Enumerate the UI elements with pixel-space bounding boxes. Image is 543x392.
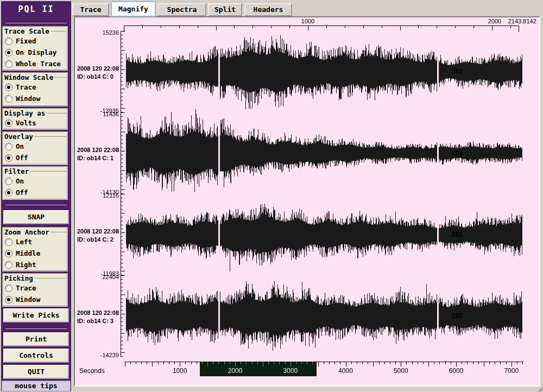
tab-headers[interactable]: Headers — [244, 3, 292, 16]
radio-option-trace[interactable]: Trace — [3, 282, 67, 294]
sidebar: PQL II Trace Scale FixedOn DisplayWhole … — [1, 1, 71, 391]
radio-label: Window — [16, 295, 40, 304]
trace-header-datetime: 2008 120 22:08 — [77, 228, 119, 235]
radio-label: Whole Trace — [16, 60, 61, 68]
radio-unselected-icon[interactable] — [5, 178, 12, 185]
radio-unselected-icon[interactable] — [5, 143, 12, 150]
trace-ymin-label: -14239 — [75, 352, 119, 358]
radio-label: Fixed — [16, 37, 36, 45]
radio-option-whole-trace[interactable]: Whole Trace — [3, 58, 67, 69]
bottom-axis-label: 5000 — [394, 368, 408, 374]
resize-grip[interactable] — [538, 387, 542, 391]
top-axis-label: 2143.8142 — [508, 18, 536, 24]
group-title: Display as — [4, 109, 45, 117]
radio-option-right[interactable]: Right — [3, 259, 67, 270]
radio-option-off[interactable]: Off — [3, 187, 67, 198]
radio-unselected-icon[interactable] — [5, 238, 12, 246]
trace-gain-label: 293 — [452, 313, 463, 319]
group-title-rule — [50, 31, 66, 31]
radio-selected-icon[interactable] — [5, 296, 12, 304]
group-title-rule — [50, 232, 66, 232]
trace-gain-label: 293 — [452, 68, 463, 75]
write-picks-button[interactable]: Write Picks — [3, 308, 69, 323]
group-display-as: Display as Volts — [2, 108, 68, 130]
group-title: Filter — [4, 167, 29, 175]
radio-option-fixed[interactable]: Fixed — [3, 35, 67, 47]
app-title: PQL II — [1, 4, 71, 14]
group-overlay: Overlay OnOff — [2, 131, 68, 165]
bottom-axis-label: 2000 — [228, 368, 243, 374]
trace-header-channel: ID: ob14 C: 1 — [77, 155, 113, 161]
radio-unselected-icon[interactable] — [5, 261, 12, 269]
radio-selected-icon[interactable] — [5, 250, 12, 257]
trace-header-datetime: 2008 120 22:08 — [77, 309, 119, 316]
group-title-rule — [34, 278, 66, 279]
print-button[interactable]: Print — [3, 332, 69, 346]
tab-split[interactable]: Split — [208, 3, 242, 16]
radio-option-window[interactable]: Window — [3, 294, 67, 305]
radio-selected-icon[interactable] — [5, 119, 12, 127]
radio-selected-icon[interactable] — [5, 49, 12, 56]
radio-label: Trace — [16, 284, 36, 292]
trace-header-channel: ID: ob14 C: 3 — [77, 318, 113, 324]
radio-option-on[interactable]: On — [3, 175, 67, 187]
group-title: Window Scale — [4, 73, 53, 81]
group-zoom-anchor: Zoom Anchor LeftMiddleRight — [2, 227, 68, 271]
radio-label: Middle — [16, 249, 40, 257]
radio-unselected-icon[interactable] — [5, 95, 12, 103]
trace-ymax-label: 22404 — [75, 274, 119, 280]
bottom-axis-label: 4000 — [338, 368, 353, 374]
pql-window: { "app": {"title": "PQL II", "mouse_tips… — [0, 0, 543, 392]
group-filter: Filter OnOff — [2, 166, 68, 200]
magnify-plot-area: 100020002143.814210002000300040005000600… — [74, 16, 540, 387]
tab-magnify[interactable]: Magnify — [111, 1, 156, 17]
radio-unselected-icon[interactable] — [5, 284, 12, 292]
trace-gain-label: 293 — [452, 231, 463, 238]
sidebar-divider — [5, 23, 67, 23]
radio-label: Off — [16, 188, 28, 197]
radio-option-volts[interactable]: Volts — [3, 117, 67, 129]
radio-option-off[interactable]: Off — [3, 152, 67, 163]
radio-label: On — [16, 142, 24, 150]
trace-gain-label: 293 — [452, 150, 463, 156]
radio-option-on-display[interactable]: On Display — [3, 47, 67, 58]
group-trace-scale: Trace Scale FixedOn DisplayWhole Trace — [2, 26, 68, 71]
group-title: Overlay — [4, 132, 33, 141]
snap-button[interactable]: SNAP — [3, 210, 69, 224]
trace-header-channel: ID: ob14 C: 0 — [77, 73, 113, 80]
tab-spectra[interactable]: Spectra — [157, 3, 206, 16]
radio-label: Left — [16, 238, 32, 246]
radio-label: Window — [16, 94, 40, 103]
seconds-unit-label: Seconds — [79, 368, 105, 374]
bottom-axis-label: 6000 — [449, 368, 464, 374]
radio-label: Right — [16, 261, 36, 269]
trace-header-datetime: 2008 120 22:08 — [77, 147, 119, 153]
radio-option-window[interactable]: Window — [3, 93, 67, 104]
group-picking: Picking TraceWindow — [2, 273, 68, 307]
group-title-rule — [30, 171, 66, 172]
radio-label: Trace — [16, 83, 36, 91]
radio-option-on[interactable]: On — [3, 141, 67, 152]
controls-button[interactable]: Controls — [3, 349, 69, 363]
radio-selected-icon[interactable] — [5, 189, 12, 197]
tab-trace[interactable]: Trace — [72, 3, 109, 16]
radio-selected-icon[interactable] — [5, 154, 12, 162]
radio-option-trace[interactable]: Trace — [3, 81, 67, 93]
group-title: Picking — [4, 274, 33, 282]
bottom-axis-label: 7000 — [504, 368, 519, 374]
radio-option-left[interactable]: Left — [3, 236, 67, 248]
sidebar-divider — [5, 328, 67, 329]
trace-header-channel: ID: ob14 C: 2 — [77, 236, 113, 243]
radio-unselected-icon[interactable] — [5, 60, 12, 68]
radio-label: On Display — [16, 48, 56, 56]
radio-unselected-icon[interactable] — [5, 37, 12, 45]
quit-button[interactable]: QUIT — [3, 365, 69, 379]
radio-option-middle[interactable]: Middle — [3, 248, 67, 259]
group-title-rule — [54, 77, 66, 78]
radio-selected-icon[interactable] — [5, 84, 12, 91]
group-window-scale: Window Scale TraceWindow — [2, 72, 68, 106]
mouse-tips-button[interactable]: mouse tips — [2, 381, 71, 391]
waveform-canvas[interactable] — [75, 17, 539, 385]
group-title: Trace Scale — [4, 27, 49, 35]
top-axis-label: 1000 — [301, 18, 314, 24]
